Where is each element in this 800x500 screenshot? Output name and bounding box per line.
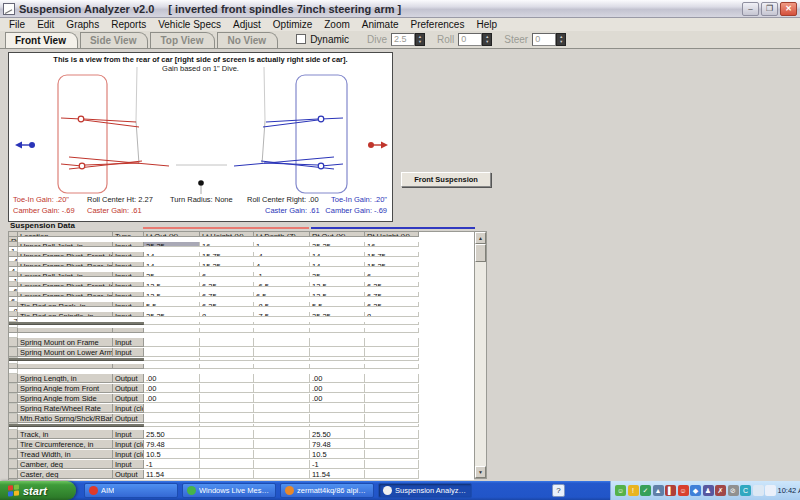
value-cell[interactable]: 6.25 xyxy=(200,282,254,287)
value-cell[interactable]: 25.50 xyxy=(310,430,365,439)
dynamic-checkbox[interactable] xyxy=(296,34,306,44)
value-cell[interactable]: 16 xyxy=(365,242,419,247)
row-gutter[interactable] xyxy=(9,394,18,403)
empty-cell[interactable] xyxy=(144,364,200,369)
value-cell[interactable]: 6 xyxy=(365,272,419,277)
aim-tray-icon[interactable]: ☺ xyxy=(678,485,689,496)
value-cell[interactable]: 79.48 xyxy=(310,440,365,449)
value-cell[interactable]: -1 xyxy=(254,272,310,277)
alert-shield-icon[interactable]: ! xyxy=(628,485,639,496)
value-cell[interactable] xyxy=(200,404,254,413)
value-cell[interactable]: -1 xyxy=(310,460,365,469)
value-cell[interactable]: 14 xyxy=(310,262,365,267)
value-cell[interactable]: -6.5 xyxy=(254,282,310,287)
row-gutter[interactable] xyxy=(9,414,18,423)
value-cell[interactable] xyxy=(200,348,254,357)
value-cell[interactable] xyxy=(310,404,365,413)
no-entry-icon[interactable]: ⊘ xyxy=(728,485,739,496)
value-cell[interactable]: 25.25 xyxy=(310,242,365,247)
value-cell[interactable] xyxy=(254,338,310,347)
scroll-up-icon[interactable]: ▲ xyxy=(475,232,486,244)
green-shield-icon[interactable]: ✓ xyxy=(640,485,651,496)
value-cell[interactable]: 12.5 xyxy=(310,292,365,297)
value-cell[interactable] xyxy=(365,394,419,403)
menu-vehicle-specs[interactable]: Vehicle Specs xyxy=(152,18,227,31)
value-cell[interactable] xyxy=(200,374,254,383)
value-cell[interactable] xyxy=(310,414,365,423)
sync-icon[interactable]: C xyxy=(740,485,751,496)
value-cell[interactable] xyxy=(200,394,254,403)
empty-cell[interactable] xyxy=(365,364,419,369)
volume-mixer-icon[interactable]: ▌ xyxy=(665,485,676,496)
row-gutter[interactable] xyxy=(9,450,18,459)
value-cell[interactable] xyxy=(254,384,310,393)
column-header-lt-depth-z[interactable]: Lt Depth (Z) xyxy=(254,232,310,237)
value-cell[interactable]: 5.5 xyxy=(144,302,200,307)
value-cell[interactable] xyxy=(200,338,254,347)
value-cell[interactable] xyxy=(365,430,419,439)
column-header-lt-height-y[interactable]: Lt Height (Y) xyxy=(200,232,254,237)
value-cell[interactable] xyxy=(200,384,254,393)
close-icon[interactable]: ✕ xyxy=(780,2,797,16)
value-cell[interactable]: 6.5 xyxy=(254,292,310,297)
minimize-icon[interactable]: – xyxy=(742,2,759,16)
value-cell[interactable]: -1 xyxy=(144,460,200,469)
user-blocked-icon[interactable]: ✗ xyxy=(715,485,726,496)
value-cell[interactable]: 15.25 xyxy=(365,262,419,267)
menu-edit[interactable]: Edit xyxy=(31,18,60,31)
row-gutter[interactable] xyxy=(9,404,18,413)
empty-cell[interactable] xyxy=(365,328,419,333)
value-cell[interactable] xyxy=(365,470,419,479)
value-cell[interactable]: 16 xyxy=(200,242,254,247)
value-cell[interactable]: 6.75 xyxy=(365,292,419,297)
value-cell[interactable] xyxy=(254,374,310,383)
empty-cell[interactable] xyxy=(200,328,254,333)
value-cell[interactable] xyxy=(254,440,310,449)
value-cell[interactable] xyxy=(365,404,419,413)
tab-top-view[interactable]: Top View xyxy=(150,32,215,48)
value-cell[interactable]: 15.75 xyxy=(365,252,419,257)
value-cell[interactable]: 25.25 xyxy=(144,242,200,247)
value-cell[interactable] xyxy=(365,460,419,469)
value-cell[interactable]: 25 xyxy=(310,272,365,277)
value-cell[interactable]: 25.50 xyxy=(144,430,200,439)
row-gutter[interactable] xyxy=(9,348,18,357)
value-cell[interactable]: .00 xyxy=(310,374,365,383)
menu-file[interactable]: File xyxy=(3,18,31,31)
value-cell[interactable] xyxy=(254,460,310,469)
empty-cell[interactable] xyxy=(310,364,365,369)
value-cell[interactable]: -7.5 xyxy=(254,312,310,317)
buddy-green-icon[interactable]: ☺ xyxy=(615,485,626,496)
value-cell[interactable] xyxy=(200,460,254,469)
start-button[interactable]: start xyxy=(0,481,76,500)
task-button-aim[interactable]: AIM xyxy=(84,483,178,498)
value-cell[interactable]: 6.25 xyxy=(200,302,254,307)
value-cell[interactable] xyxy=(9,479,18,480)
value-cell[interactable] xyxy=(365,338,419,347)
row-gutter[interactable] xyxy=(9,338,18,347)
value-cell[interactable] xyxy=(144,404,200,413)
value-cell[interactable]: 79.48 xyxy=(144,440,200,449)
messenger-tray-icon[interactable]: ◆ xyxy=(690,485,701,496)
row-gutter[interactable] xyxy=(9,430,18,439)
value-cell[interactable] xyxy=(144,414,200,423)
value-cell[interactable] xyxy=(365,374,419,383)
grid-scrollbar[interactable]: ▲ ▼ xyxy=(474,231,487,479)
value-cell[interactable]: 10.5 xyxy=(144,450,200,459)
value-cell[interactable] xyxy=(310,338,365,347)
task-button-suspension-analyzer[interactable]: Suspension Analyzer... xyxy=(378,483,472,498)
value-cell[interactable]: 8 xyxy=(365,312,419,317)
row-gutter[interactable] xyxy=(9,384,18,393)
value-cell[interactable]: 15.75 xyxy=(200,252,254,257)
value-cell[interactable] xyxy=(365,348,419,357)
column-header-type[interactable]: Type xyxy=(113,232,144,237)
value-cell[interactable]: -4 xyxy=(254,252,310,257)
value-cell[interactable]: 6.75 xyxy=(200,292,254,297)
row-gutter[interactable] xyxy=(9,460,18,469)
value-cell[interactable]: 25 xyxy=(144,272,200,277)
value-cell[interactable] xyxy=(254,394,310,403)
value-cell[interactable] xyxy=(365,450,419,459)
empty-cell[interactable] xyxy=(254,364,310,369)
value-cell[interactable]: .00 xyxy=(310,384,365,393)
value-cell[interactable]: -8.5 xyxy=(254,302,310,307)
